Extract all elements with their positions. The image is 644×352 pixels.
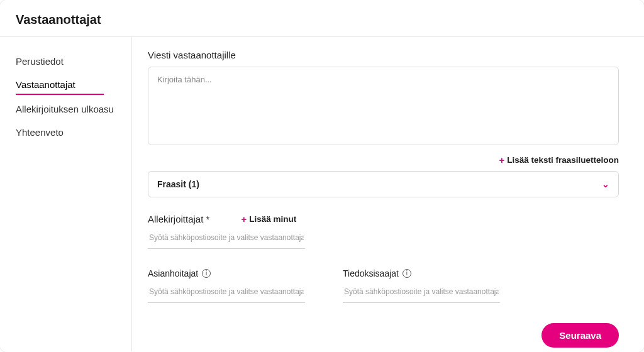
phrases-dropdown[interactable]: Fraasit (1) ⌄ (148, 171, 619, 197)
cc-input[interactable] (343, 282, 500, 303)
plus-icon: + (499, 155, 504, 165)
handlers-col: Asianhoitajat i (148, 268, 305, 303)
info-icon[interactable]: i (202, 269, 211, 278)
cc-col: Tiedoksisaajat i (343, 268, 500, 303)
cc-label: Tiedoksisaajat (343, 268, 399, 278)
message-textarea[interactable] (148, 67, 619, 145)
page-body: Perustiedot Vastaanottajat Allekirjoituk… (0, 37, 644, 351)
sidebar-item-allekirjoituksen-ulkoasu[interactable]: Allekirjoituksen ulkoasu (16, 97, 116, 121)
handlers-input[interactable] (148, 282, 305, 303)
signer-input[interactable] (148, 228, 305, 249)
sidebar-item-vastaanottajat[interactable]: Vastaanottajat (16, 73, 104, 95)
chevron-down-icon: ⌄ (602, 179, 609, 189)
page-title: Vastaanottajat (16, 13, 628, 27)
next-button[interactable]: Seuraava (541, 323, 619, 348)
footer: Seuraava (148, 323, 619, 348)
sidebar-item-yhteenveto[interactable]: Yhteenveto (16, 121, 116, 144)
page-header: Vastaanottajat (0, 0, 644, 36)
add-phrase-button[interactable]: + Lisää teksti fraasiluetteloon (499, 155, 619, 165)
phrases-dropdown-label: Fraasit (1) (157, 179, 199, 189)
page: Vastaanottajat Perustiedot Vastaanottaja… (0, 0, 644, 352)
handlers-label-wrap: Asianhoitajat i (148, 268, 211, 278)
add-phrase-label: Lisää teksti fraasiluetteloon (507, 155, 619, 165)
sidebar: Perustiedot Vastaanottajat Allekirjoituk… (0, 37, 132, 351)
handlers-label: Asianhoitajat (148, 268, 198, 278)
add-me-button[interactable]: + Lisää minut (241, 214, 296, 224)
add-me-label: Lisää minut (249, 214, 296, 224)
cc-label-wrap: Tiedoksisaajat i (343, 268, 411, 278)
info-icon[interactable]: i (402, 269, 411, 278)
signers-label: Allekirjoittajat * (148, 214, 209, 224)
signers-head: Allekirjoittajat * + Lisää minut (148, 214, 619, 224)
secondary-recipients-row: Asianhoitajat i Tiedoksisaajat i (148, 268, 619, 303)
main-content: Viesti vastaanottajille + Lisää teksti f… (132, 37, 644, 351)
sidebar-item-perustiedot[interactable]: Perustiedot (16, 50, 116, 73)
add-phrase-row: + Lisää teksti fraasiluetteloon (148, 155, 619, 165)
message-label: Viesti vastaanottajille (148, 50, 619, 60)
signers-section: Allekirjoittajat * + Lisää minut (148, 214, 619, 249)
plus-icon: + (241, 214, 247, 224)
